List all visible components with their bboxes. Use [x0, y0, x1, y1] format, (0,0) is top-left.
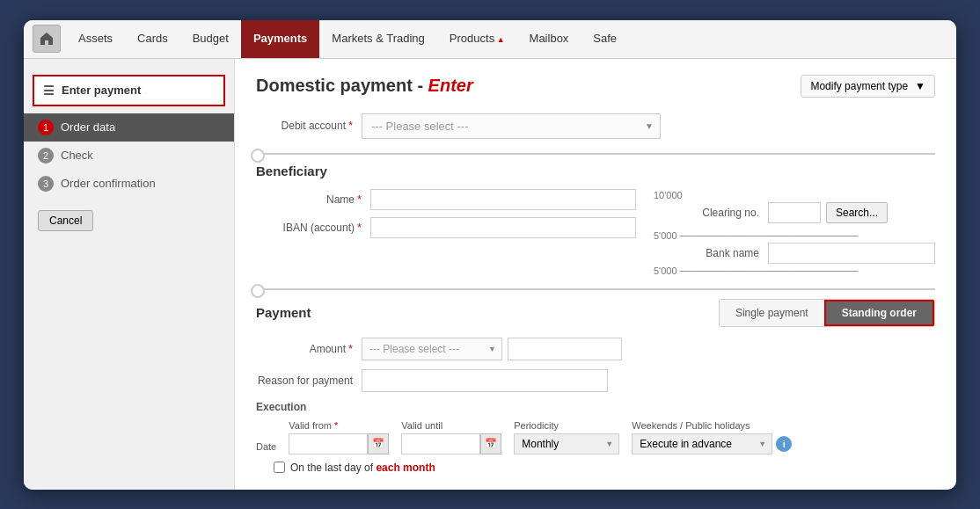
beneficiary-title: Beneficiary: [256, 164, 636, 178]
chevron-down-icon: ▼: [915, 80, 925, 92]
modify-payment-type-label: Modify payment type: [810, 80, 908, 92]
nav-item-budget[interactable]: Budget: [180, 20, 241, 59]
step-2-num: 2: [38, 148, 54, 164]
valid-from-input[interactable]: [289, 433, 368, 454]
step-3-num: 3: [38, 176, 54, 192]
nav-item-assets[interactable]: Assets: [66, 20, 125, 59]
nav-item-products[interactable]: Products: [437, 20, 517, 59]
iban-label: IBAN (account) *: [256, 222, 370, 234]
valid-from-input-wrap: 📅: [289, 433, 389, 454]
periodicity-label: Periodicity: [514, 420, 619, 431]
valid-until-label: Valid until: [401, 420, 501, 431]
required-star: *: [346, 120, 353, 132]
iban-row: IBAN (account) *: [256, 217, 636, 238]
payment-divider: [256, 288, 935, 290]
single-payment-button[interactable]: Single payment: [720, 300, 824, 326]
weekends-select-wrapper: Execute in advance Execute after Skip: [632, 433, 772, 454]
nav-item-cards[interactable]: Cards: [125, 20, 180, 59]
page-header: Domestic payment - Enter Modify payment …: [256, 75, 935, 98]
chart-5k-bot-label: 5'000 ──────────────────────────: [654, 265, 935, 276]
amount-label: Amount *: [256, 343, 362, 355]
periodicity-select-wrapper: Monthly Weekly Quarterly Yearly: [514, 433, 619, 454]
step-1-label: Order data: [61, 120, 115, 134]
navigation: Assets Cards Budget Payments Markets & T…: [24, 20, 956, 59]
debit-account-select[interactable]: --- Please select ---: [362, 113, 661, 139]
page-title-italic: Enter: [428, 76, 473, 95]
standing-order-button[interactable]: Standing order: [824, 300, 934, 326]
last-day-text: On the last day of each month: [290, 462, 435, 474]
last-day-bold: each month: [376, 462, 435, 474]
valid-until-col: Valid until 📅: [401, 420, 501, 454]
name-row: Name *: [256, 189, 636, 210]
clearing-input-group: Search...: [768, 202, 888, 223]
periodicity-col: Periodicity Monthly Weekly Quarterly Yea…: [514, 420, 619, 454]
last-day-row: On the last day of each month: [274, 462, 935, 474]
clearing-row: Clearing no. Search...: [654, 202, 935, 223]
sidebar: ☰ Enter payment 1 Order data 2 Check 3 O…: [24, 59, 235, 490]
sidebar-enter-payment-label: Enter payment: [62, 84, 141, 97]
nav-item-payments[interactable]: Payments: [241, 20, 319, 59]
weekends-col: Weekends / Public holidays Execute in ad…: [632, 420, 792, 454]
valid-until-input-wrap: 📅: [401, 433, 501, 454]
beneficiary-left: Beneficiary Name * IBAN (account) *: [256, 164, 636, 276]
payment-header-row: Payment Single payment Standing order: [256, 299, 935, 327]
valid-from-col: Valid from * 📅: [289, 420, 389, 454]
list-icon: ☰: [43, 84, 55, 98]
sidebar-step-3[interactable]: 3 Order confirmation: [24, 170, 234, 198]
valid-until-input[interactable]: [401, 433, 480, 454]
main-content: Domestic payment - Enter Modify payment …: [235, 59, 956, 490]
name-input[interactable]: [370, 189, 636, 210]
valid-from-calendar-icon[interactable]: 📅: [368, 433, 389, 454]
step-2-label: Check: [61, 149, 93, 162]
bank-name-row: Bank name: [654, 243, 935, 264]
reason-label: Reason for payment: [256, 374, 362, 387]
amount-currency-select[interactable]: --- Please select ---: [362, 338, 502, 360]
beneficiary-right: 10'000 Clearing no. Search... 5'000 ────…: [654, 164, 935, 276]
payment-toggle-group: Single payment Standing order: [719, 299, 935, 327]
date-col: Date: [256, 441, 276, 454]
sidebar-step-2[interactable]: 2 Check: [24, 142, 234, 170]
last-day-checkbox[interactable]: [274, 462, 285, 473]
weekends-select[interactable]: Execute in advance Execute after Skip: [632, 433, 772, 454]
clearing-input[interactable]: [768, 202, 821, 223]
name-label: Name *: [256, 193, 370, 206]
modify-payment-type-dropdown[interactable]: Modify payment type ▼: [801, 75, 935, 98]
app-window: Assets Cards Budget Payments Markets & T…: [24, 20, 956, 490]
page-title-text: Domestic payment -: [256, 76, 428, 95]
chart-10k-label: 10'000: [654, 190, 935, 200]
reason-row: Reason for payment: [256, 369, 935, 392]
page-title: Domestic payment - Enter: [256, 76, 473, 96]
clearing-label: Clearing no.: [654, 207, 768, 219]
execution-section: Execution Date Valid from *: [256, 401, 935, 474]
home-icon[interactable]: [33, 25, 61, 53]
weekends-input-group: Execute in advance Execute after Skip i: [632, 433, 792, 454]
date-label: Date: [256, 441, 276, 452]
nav-item-mailbox[interactable]: Mailbox: [517, 20, 581, 59]
body-container: ☰ Enter payment 1 Order data 2 Check 3 O…: [24, 59, 956, 490]
cancel-button[interactable]: Cancel: [38, 210, 93, 231]
step-1-num: 1: [38, 120, 54, 135]
payment-title: Payment: [256, 305, 719, 320]
iban-input[interactable]: [370, 217, 636, 238]
valid-until-calendar-icon[interactable]: 📅: [480, 433, 501, 454]
info-icon[interactable]: i: [776, 436, 792, 452]
beneficiary-section: Beneficiary Name * IBAN (account) *: [256, 164, 935, 276]
periodicity-select[interactable]: Monthly Weekly Quarterly Yearly: [514, 433, 619, 454]
search-button[interactable]: Search...: [826, 202, 888, 223]
chart-5k-top-label: 5'000 ──────────────────────────: [654, 230, 935, 241]
amount-input[interactable]: [508, 338, 622, 360]
debit-account-label: Debit account *: [256, 120, 362, 132]
amount-row: Amount * --- Please select ---: [256, 338, 935, 360]
execution-grid: Date Valid from * 📅: [256, 420, 935, 454]
debit-account-row: Debit account * --- Please select ---: [256, 113, 935, 139]
bank-name-input[interactable]: [768, 243, 935, 264]
nav-item-safe[interactable]: Safe: [581, 20, 629, 59]
reason-input[interactable]: [362, 369, 608, 392]
sidebar-enter-payment[interactable]: ☰ Enter payment: [33, 75, 225, 106]
bank-name-label: Bank name: [654, 247, 768, 259]
valid-from-label: Valid from *: [289, 420, 389, 431]
nav-item-markets[interactable]: Markets & Trading: [319, 20, 437, 59]
amount-currency-select-wrapper: --- Please select ---: [362, 338, 502, 360]
sidebar-step-1[interactable]: 1 Order data: [24, 113, 234, 142]
step-3-label: Order confirmation: [61, 177, 156, 190]
